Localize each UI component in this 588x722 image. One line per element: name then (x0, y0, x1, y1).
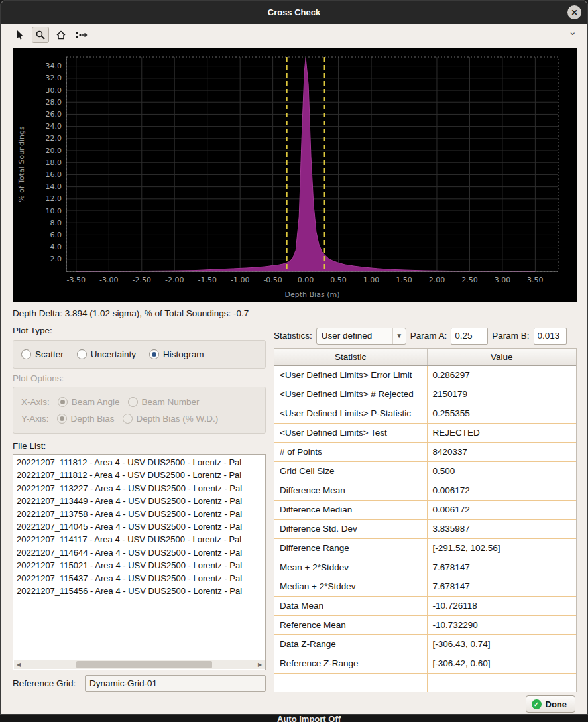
radio-uncertainty[interactable]: Uncertainty (77, 349, 136, 359)
svg-text:2.0: 2.0 (50, 255, 62, 263)
scroll-right-arrow-icon[interactable]: ▶ (255, 660, 265, 669)
radio-unchecked-icon (128, 397, 138, 407)
stat-name-cell: Difference Mean (274, 481, 427, 500)
stat-value-cell: 8420337 (427, 442, 576, 461)
done-button-label: Done (546, 699, 567, 709)
file-list-item[interactable]: 20221207_115437 - Area 4 - USV DUS2500 -… (15, 572, 264, 585)
file-list-item[interactable]: 20221207_111812 - Area 4 - USV DUS2500 -… (15, 469, 264, 481)
stats-table-row[interactable]: Grid Cell Size0.500 (274, 461, 576, 481)
file-list-item[interactable]: 20221207_113449 - Area 4 - USV DUS2500 -… (15, 495, 264, 507)
stats-table-row[interactable]: Data Z-Range[-306.43, 0.74] (274, 634, 576, 654)
scrollbar-track[interactable] (23, 660, 255, 669)
stats-table-row[interactable]: Difference Std. Dev3.835987 (274, 519, 576, 538)
svg-text:8.0: 8.0 (50, 219, 62, 227)
titlebar[interactable]: Cross Check ✕ (1, 1, 587, 24)
magnifier-icon (35, 30, 46, 40)
chevron-down-icon[interactable]: ⌄ (568, 26, 577, 38)
radio-scatter[interactable]: Scatter (21, 349, 64, 359)
stats-table-header-row: Statistic Value (274, 349, 576, 365)
file-list-item[interactable]: 20221207_114644 - Area 4 - USV DUS2500 -… (15, 546, 264, 559)
stats-table-row[interactable]: <User Defined Limits> Error Limit0.28629… (274, 365, 576, 385)
svg-text:3.00: 3.00 (495, 276, 511, 284)
stats-table-row[interactable]: Reference Mean-10.732290 (274, 615, 576, 634)
stat-name-cell: <User Defined Limits> Error Limit (274, 365, 427, 385)
desktop-background: Auto Import Off Cross Check ✕ ⌄ -3. (0, 0, 588, 722)
file-list[interactable]: 20221207_111812 - Area 4 - USV DUS2500 -… (13, 454, 266, 670)
svg-text:0.50: 0.50 (330, 276, 347, 284)
radio-histogram[interactable]: Histogram (149, 349, 204, 359)
background-window-text: Auto Import Off (277, 715, 341, 722)
close-button[interactable]: ✕ (567, 5, 581, 19)
histogram-plot[interactable]: -3.50-3.00-2.50-2.00-1.50-1.00-0.500.000… (13, 48, 577, 302)
svg-text:10.0: 10.0 (46, 207, 62, 215)
stats-table-row[interactable]: Median + 2*Stddev7.678147 (274, 577, 576, 596)
file-list-item[interactable]: 20221207_113227 - Area 4 - USV DUS2500 -… (15, 482, 264, 495)
svg-text:6.0: 6.0 (50, 231, 62, 239)
svg-text:22.0: 22.0 (46, 134, 62, 143)
stat-name-cell: <User Defined Limits> Test (274, 423, 427, 442)
stats-table-row[interactable]: <User Defined Limits> # Rejected2150179 (274, 385, 576, 404)
svg-text:18.0: 18.0 (46, 158, 62, 167)
y-axis-label: Y-Axis: (21, 414, 49, 424)
stats-table-row[interactable]: Data Mean-10.726118 (274, 596, 576, 615)
stats-table-row[interactable]: <User Defined Limits> TestREJECTED (274, 423, 576, 442)
file-list-item[interactable]: 20221207_115456 - Area 4 - USV DUS2500 -… (15, 585, 264, 597)
statistics-row: Statistics: User defined ▼ Param A: Para… (274, 327, 577, 345)
x-axis-row: X-Axis: Beam Angle Beam Number (21, 397, 265, 407)
zoom-extents-button[interactable] (73, 27, 90, 43)
svg-text:Depth Bias (m): Depth Bias (m) (285, 290, 340, 299)
stats-table-row[interactable]: Difference Mean0.006172 (274, 481, 576, 500)
stat-name-cell: Mean + 2*Stddev (274, 558, 427, 577)
stat-value-cell: 0.006172 (427, 481, 576, 500)
param-a-input[interactable] (451, 328, 488, 345)
stats-table-row[interactable]: Difference Median0.006172 (274, 500, 576, 519)
svg-text:30.0: 30.0 (46, 86, 62, 95)
radio-unchecked-icon (77, 349, 87, 359)
file-list-item[interactable]: 20221207_113758 - Area 4 - USV DUS2500 -… (15, 508, 264, 520)
stats-table-row[interactable]: Reference Z-Range[-306.42, 0.60] (274, 654, 576, 673)
stat-name-cell: Difference Range (274, 538, 427, 558)
scrollbar-thumb[interactable] (76, 661, 212, 668)
radio-label: Uncertainty (91, 349, 136, 359)
zoom-tool-button[interactable] (32, 27, 49, 43)
value-column-header[interactable]: Value (427, 349, 576, 365)
radio-checked-icon (149, 349, 159, 359)
stat-value-cell: 0.286297 (427, 365, 576, 385)
file-list-item[interactable]: 20221207_115021 - Area 4 - USV DUS2500 -… (15, 559, 264, 572)
radio-unchecked-icon (21, 349, 31, 359)
home-view-button[interactable] (52, 27, 70, 43)
radio-label: Histogram (163, 349, 204, 359)
param-b-label: Param B: (492, 331, 529, 341)
stat-value-cell: REJECTED (427, 423, 576, 442)
statistics-dropdown[interactable]: User defined ▼ (316, 328, 406, 345)
stats-table-row[interactable]: <User Defined Limits> P-Statistic0.25535… (274, 404, 576, 423)
cursor-icon (15, 30, 25, 40)
statistic-column-header[interactable]: Statistic (274, 349, 427, 365)
stats-table-row[interactable]: Difference Range[-291.52, 102.56] (274, 538, 576, 558)
radio-depth-bias: Depth Bias (57, 414, 115, 424)
radio-label: Beam Angle (72, 397, 120, 407)
svg-text:-3.50: -3.50 (67, 276, 86, 284)
file-list-item[interactable]: 20221207_114117 - Area 4 - USV DUS2500 -… (15, 533, 264, 546)
stat-value-cell: -10.732290 (427, 615, 576, 634)
stats-table-row[interactable]: # of Points8420337 (274, 442, 576, 461)
radio-unchecked-icon (123, 414, 133, 424)
svg-text:-2.50: -2.50 (133, 276, 151, 284)
select-tool-button[interactable] (11, 27, 29, 43)
stat-value-cell (427, 673, 576, 692)
svg-text:-2.00: -2.00 (165, 276, 184, 284)
horizontal-scrollbar[interactable]: ◀ ▶ (14, 660, 265, 669)
done-button[interactable]: ✓ Done (526, 695, 576, 713)
stats-table-row[interactable] (274, 673, 576, 692)
reference-grid-input[interactable] (85, 675, 266, 692)
plot-options-label: Plot Options: (13, 373, 64, 383)
file-list-item[interactable]: 20221207_111812 - Area 4 - USV DUS2500 -… (15, 456, 264, 469)
svg-text:3.50: 3.50 (527, 276, 544, 284)
scroll-left-arrow-icon[interactable]: ◀ (14, 660, 23, 669)
file-list-item[interactable]: 20221207_114045 - Area 4 - USV DUS2500 -… (15, 520, 264, 533)
stats-table-row[interactable]: Mean + 2*Stddev7.678147 (274, 558, 576, 577)
stat-name-cell: Data Z-Range (274, 634, 427, 654)
svg-text:2.00: 2.00 (429, 276, 445, 284)
stat-value-cell: [-306.42, 0.60] (427, 654, 576, 673)
param-b-input[interactable] (534, 328, 567, 345)
